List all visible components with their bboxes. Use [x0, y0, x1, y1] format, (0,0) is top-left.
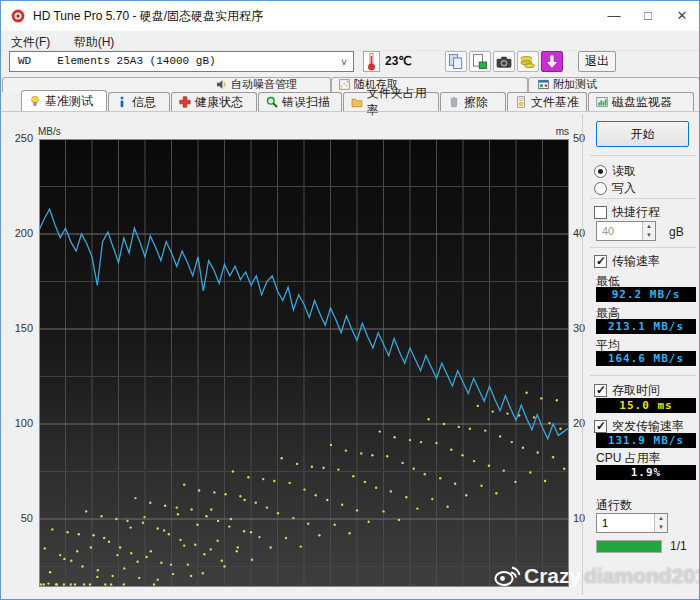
close-button[interactable]: ✕: [665, 1, 699, 31]
access-time-checkbox[interactable]: 存取时间: [594, 382, 660, 399]
temperature-value: 23℃: [385, 54, 412, 68]
exit-button[interactable]: 退出: [578, 51, 616, 72]
read-radio[interactable]: 读取: [594, 163, 636, 180]
short-stroke-value: 40: [602, 225, 614, 237]
start-button[interactable]: 开始: [596, 121, 689, 147]
spin-up-icon[interactable]: ▲: [655, 514, 667, 523]
tab-label: 自动噪音管理: [231, 77, 297, 92]
download-icon: [543, 53, 561, 71]
short-stroke-checkbox[interactable]: 快捷行程: [594, 204, 660, 221]
tab-disk-monitor[interactable]: 磁盘监视器: [588, 92, 694, 111]
tab-folder-usage[interactable]: 文件夹占用率: [343, 92, 439, 111]
weibo-icon: [493, 564, 521, 588]
checkbox-icon[interactable]: [594, 420, 607, 433]
tab-error-scan[interactable]: 错误扫描: [258, 92, 342, 111]
axis-tick: 50: [1, 512, 33, 526]
copy-icon: [447, 53, 465, 71]
max-value: 213.1 MB/s: [596, 319, 696, 334]
thermometer-icon: [364, 52, 379, 71]
screenshot-button[interactable]: [493, 51, 515, 72]
menu-file[interactable]: 文件(F): [1, 31, 60, 51]
separator: [590, 198, 696, 199]
burst-rate-value: 131.9 MB/s: [596, 433, 696, 448]
save-database-button[interactable]: [517, 51, 539, 72]
save-icon: [471, 53, 489, 71]
radio-icon[interactable]: [594, 182, 607, 195]
tab-info[interactable]: 信息: [108, 92, 170, 111]
radio-icon[interactable]: [594, 165, 607, 178]
axis-tick: 40: [573, 227, 585, 241]
progress-text: 1/1: [670, 539, 687, 553]
progress-bar: [596, 540, 662, 553]
separator: [590, 375, 696, 376]
spin-down-icon[interactable]: ▼: [655, 523, 667, 532]
tab-health[interactable]: 健康状态: [171, 92, 257, 111]
disks-icon: [519, 53, 537, 71]
panel-divider: [582, 114, 583, 595]
separator: [590, 247, 696, 248]
axis-tick: 50: [573, 132, 585, 146]
transfer-rate-label: 传输速率: [612, 253, 660, 270]
tab-label: 文件基准: [531, 94, 579, 111]
app-icon: [11, 9, 25, 23]
tab-label: 附加测试: [553, 77, 597, 92]
axis-tick: 250: [1, 132, 33, 146]
scan-icon: [266, 96, 278, 108]
app-window: HD Tune Pro 5.70 - 硬盘/固态硬盘实用程序 — □ ✕ 文件(…: [0, 0, 700, 600]
tab-aam-label[interactable]: 自动噪音管理: [216, 78, 297, 91]
separator: [590, 155, 696, 156]
main-tab-row: 基准测试 信息 健康状态 错误扫描 文件夹占用率 擦除 文件基准 磁盘监视器: [1, 92, 699, 111]
axis-tick: 100: [1, 417, 33, 431]
tab-benchmark[interactable]: 基准测试: [21, 90, 107, 111]
min-value: 92.2 MB/s: [596, 287, 696, 302]
access-time-label: 存取时间: [612, 382, 660, 399]
tab-erase[interactable]: 擦除: [440, 92, 506, 111]
watermark-text-head: Crazy: [524, 564, 581, 588]
watermark-text-tail: diamond2012: [584, 564, 700, 588]
benchmark-chart: [39, 139, 569, 587]
random-access-icon: [339, 79, 350, 90]
axis-tick: 200: [1, 227, 33, 241]
tab-label: 错误扫描: [282, 94, 330, 111]
health-icon: [179, 96, 191, 108]
checkbox-icon[interactable]: [594, 384, 607, 397]
tab-label: 基准测试: [45, 93, 93, 110]
menu-help[interactable]: 帮助(H): [64, 31, 125, 51]
tab-label: 擦除: [464, 94, 488, 111]
file-benchmark-icon: [515, 96, 527, 108]
cpu-usage-value: 1.9%: [596, 465, 696, 480]
write-radio[interactable]: 写入: [594, 180, 636, 197]
spin-down-icon[interactable]: ▼: [643, 231, 655, 240]
download-button[interactable]: [541, 51, 563, 72]
chevron-down-icon: ˅: [341, 54, 347, 73]
minimize-button[interactable]: —: [597, 1, 631, 31]
temperature-button[interactable]: [363, 51, 380, 72]
transfer-rate-checkbox[interactable]: 传输速率: [594, 253, 660, 270]
y-left-unit: MB/s: [38, 126, 61, 137]
erase-icon: [448, 96, 460, 108]
spin-up-icon[interactable]: ▲: [643, 222, 655, 231]
folder-icon: [351, 96, 363, 108]
extra-tests-icon: [538, 79, 549, 90]
copy-results-button[interactable]: [445, 51, 467, 72]
read-radio-label: 读取: [612, 163, 636, 180]
tab-extra-tests-label[interactable]: 附加测试: [538, 78, 597, 91]
tab-file-benchmark[interactable]: 文件基准: [507, 92, 587, 111]
avg-value: 164.6 MB/s: [596, 351, 696, 366]
drive-select[interactable]: WDElements 25A3 (14000 gB) ˅: [9, 51, 354, 72]
checkbox-icon[interactable]: [594, 255, 607, 268]
drive-model: Elements 25A3 (14000 gB): [57, 55, 215, 67]
save-results-button[interactable]: [469, 51, 491, 72]
y-right-unit: ms: [547, 126, 569, 137]
axis-tick: 30: [573, 322, 585, 336]
write-radio-label: 写入: [612, 180, 636, 197]
progress-fill: [597, 541, 661, 552]
checkbox-icon[interactable]: [594, 206, 607, 219]
maximize-button[interactable]: □: [631, 1, 665, 31]
tab-label: 健康状态: [195, 94, 243, 111]
tab-divider: [1, 111, 699, 112]
menu-bar: 文件(F) 帮助(H): [1, 31, 699, 51]
axis-tick: 20: [573, 417, 585, 431]
short-stroke-stepper[interactable]: 40 ▲▼: [596, 221, 656, 241]
passes-stepper[interactable]: 1 ▲▼: [596, 513, 668, 533]
